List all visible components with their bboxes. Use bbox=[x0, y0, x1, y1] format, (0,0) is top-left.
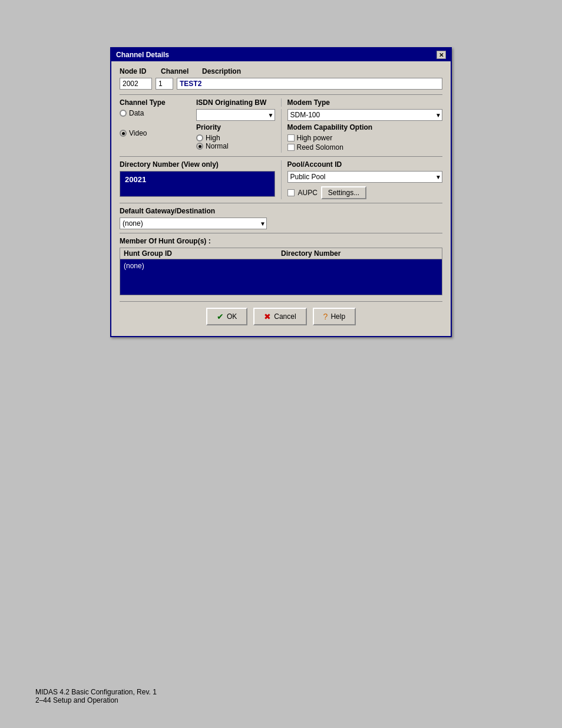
radio-video-label: Video bbox=[129, 129, 147, 137]
ok-button[interactable]: ✔ OK bbox=[206, 308, 247, 325]
dialog-body: Node ID Channel Description Channel Type… bbox=[111, 61, 451, 336]
button-row: ✔ OK ✖ Cancel ? Help bbox=[120, 301, 442, 330]
node-id-input[interactable] bbox=[120, 78, 152, 90]
help-label: Help bbox=[330, 312, 345, 321]
gateway-wrapper: (none) Gateway1 Gateway2 ▼ bbox=[120, 218, 267, 229]
modem-type-wrapper: SDM-100 SDM-150 SDM-900 ▼ bbox=[287, 109, 443, 121]
modem-type-header: Modem Type bbox=[287, 98, 330, 107]
radio-high-label: High bbox=[206, 134, 220, 142]
channel-type-header: Channel Type bbox=[120, 98, 196, 107]
directory-pool-section: Directory Number (View only) 20021 Pool/… bbox=[120, 160, 442, 199]
hunt-table-body: (none) bbox=[120, 259, 442, 295]
radio-high[interactable]: High bbox=[196, 134, 275, 142]
settings-button[interactable]: Settings... bbox=[321, 186, 366, 199]
hunt-group-header: Member Of Hunt Group(s) : bbox=[120, 237, 442, 245]
node-row bbox=[120, 78, 442, 90]
high-power-item[interactable]: High power bbox=[287, 134, 443, 142]
radio-video[interactable]: Video bbox=[120, 129, 196, 137]
hunt-table: Hunt Group ID Directory Number (none) bbox=[120, 248, 442, 295]
hunt-group-id-col: Hunt Group ID bbox=[124, 249, 281, 258]
hunt-none-value: (none) bbox=[124, 262, 144, 270]
cancel-icon: ✖ bbox=[264, 312, 271, 321]
footer: MIDAS 4.2 Basic Configuration, Rev. 1 2–… bbox=[35, 688, 157, 704]
description-header: Description bbox=[202, 67, 241, 75]
radio-high-circle[interactable] bbox=[196, 134, 203, 141]
field-headers: Node ID Channel Description bbox=[120, 67, 442, 75]
ok-label: OK bbox=[227, 312, 237, 321]
radio-data[interactable]: Data bbox=[120, 109, 196, 117]
dialog-title: Channel Details bbox=[116, 51, 169, 59]
radio-normal[interactable]: Normal bbox=[196, 142, 275, 150]
left-channel-section: Data Video 64K bbox=[120, 109, 281, 153]
isdn-bw-select[interactable]: 64K 128K 256K bbox=[196, 109, 275, 121]
pool-select[interactable]: Public Pool Private Pool bbox=[287, 171, 443, 183]
help-button[interactable]: ? Help bbox=[313, 308, 356, 325]
radio-video-circle[interactable] bbox=[120, 130, 127, 137]
isdn-bw-wrapper: 64K 128K 256K ▼ bbox=[196, 109, 275, 121]
priority-section: Priority High Normal bbox=[196, 123, 275, 150]
modem-capability-header: Modem Capability Option bbox=[287, 123, 443, 131]
ok-icon: ✔ bbox=[217, 312, 224, 321]
channel-type-radios: Data Video bbox=[120, 109, 196, 137]
isdn-bw-header: ISDN Originating BW bbox=[196, 98, 266, 107]
gateway-header: Default Gateway/Destination bbox=[120, 207, 442, 215]
radio-normal-label: Normal bbox=[206, 142, 229, 150]
high-power-checkbox[interactable] bbox=[287, 134, 295, 141]
radio-data-label: Data bbox=[129, 109, 144, 117]
reed-solomon-label: Reed Solomon bbox=[297, 143, 343, 151]
directory-header: Directory Number (View only) bbox=[120, 160, 275, 169]
pool-wrapper: Public Pool Private Pool ▼ bbox=[287, 171, 443, 183]
pool-section: Pool/Account ID Public Pool Private Pool… bbox=[281, 160, 443, 199]
radio-data-circle[interactable] bbox=[120, 110, 127, 117]
description-input[interactable] bbox=[177, 78, 442, 90]
title-bar: Channel Details ✕ bbox=[111, 48, 451, 61]
channel-details-dialog: Channel Details ✕ Node ID Channel Descri… bbox=[110, 47, 452, 337]
pool-header: Pool/Account ID bbox=[287, 160, 443, 169]
priority-label: Priority bbox=[196, 123, 275, 131]
reed-solomon-item[interactable]: Reed Solomon bbox=[287, 143, 443, 151]
help-icon: ? bbox=[323, 312, 328, 321]
channel-header: Channel bbox=[161, 67, 196, 75]
modem-type-select[interactable]: SDM-100 SDM-150 SDM-900 bbox=[287, 109, 443, 121]
hunt-table-header: Hunt Group ID Directory Number bbox=[120, 248, 442, 259]
radio-normal-circle[interactable] bbox=[196, 143, 203, 150]
channel-input[interactable] bbox=[156, 78, 173, 90]
hunt-section: Member Of Hunt Group(s) : Hunt Group ID … bbox=[120, 237, 442, 295]
footer-line1: MIDAS 4.2 Basic Configuration, Rev. 1 bbox=[35, 688, 157, 696]
gateway-select[interactable]: (none) Gateway1 Gateway2 bbox=[120, 218, 267, 229]
aupc-label: AUPC bbox=[298, 189, 318, 197]
high-power-label: High power bbox=[297, 134, 333, 142]
aupc-checkbox[interactable] bbox=[287, 189, 295, 196]
channel-type-section: Data Video 64K bbox=[120, 109, 442, 153]
gateway-section: Default Gateway/Destination (none) Gatew… bbox=[120, 207, 442, 229]
footer-line2: 2–44 Setup and Operation bbox=[35, 696, 157, 704]
left-headers: Channel Type ISDN Originating BW bbox=[120, 98, 281, 107]
cancel-label: Cancel bbox=[274, 312, 296, 321]
directory-section: Directory Number (View only) 20021 bbox=[120, 160, 281, 199]
cancel-button[interactable]: ✖ Cancel bbox=[253, 308, 306, 325]
directory-number-col: Directory Number bbox=[281, 249, 438, 258]
reed-solomon-checkbox[interactable] bbox=[287, 144, 295, 151]
node-id-header: Node ID bbox=[120, 67, 155, 75]
modem-capability-section: Modem Capability Option High power Reed … bbox=[287, 123, 443, 151]
directory-value: 20021 bbox=[120, 171, 275, 197]
isdn-bw-section: 64K 128K 256K ▼ Priority High bbox=[196, 109, 275, 150]
aupc-row: AUPC Settings... bbox=[287, 186, 443, 199]
close-button[interactable]: ✕ bbox=[437, 51, 446, 59]
section-headers-row: Channel Type ISDN Originating BW Modem T… bbox=[120, 98, 442, 107]
right-modem-section: SDM-100 SDM-150 SDM-900 ▼ Modem Capabili… bbox=[281, 109, 443, 153]
right-headers: Modem Type bbox=[281, 98, 443, 107]
